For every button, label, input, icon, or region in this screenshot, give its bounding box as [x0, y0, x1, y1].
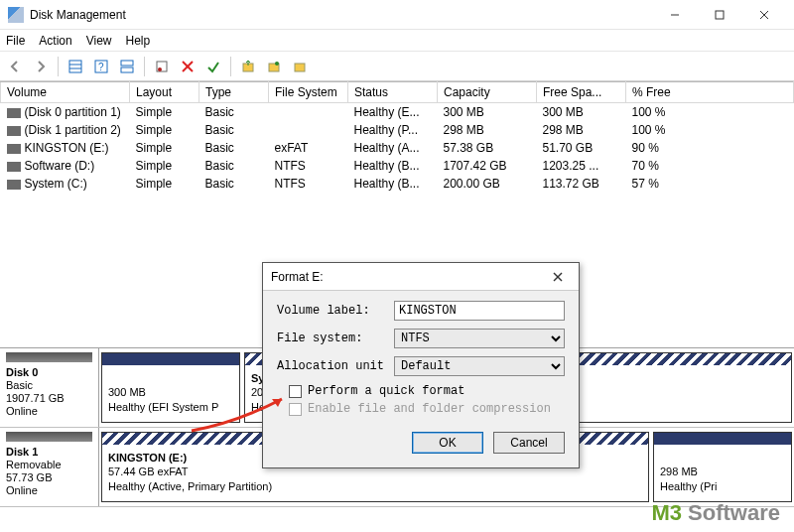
table-row[interactable]: KINGSTON (E:)SimpleBasicexFATHealthy (A.…	[1, 139, 794, 157]
volume-icon	[7, 162, 21, 172]
col-status[interactable]: Status	[348, 82, 438, 103]
allocation-select[interactable]: Default	[394, 356, 565, 376]
svg-rect-18	[295, 64, 305, 71]
menu-file[interactable]: File	[6, 34, 25, 48]
menubar: File Action View Help	[0, 30, 794, 52]
svg-rect-9	[121, 61, 133, 66]
watermark-text: Software	[682, 500, 780, 525]
volume-table: Volume Layout Type File System Status Ca…	[0, 81, 794, 193]
allocation-label: Allocation unit	[277, 359, 388, 373]
table-row[interactable]: Software (D:)SimpleBasicNTFSHealthy (B..…	[1, 157, 794, 175]
compression-label: Enable file and folder compression	[308, 402, 551, 416]
volume-icon	[7, 180, 21, 190]
svg-rect-10	[121, 67, 133, 72]
col-volume[interactable]: Volume	[1, 82, 130, 103]
dialog-titlebar[interactable]: Format E:	[263, 263, 579, 291]
forward-button[interactable]	[30, 56, 52, 77]
menu-view[interactable]: View	[86, 34, 112, 48]
dialog-close-button[interactable]	[545, 267, 571, 287]
disk-info[interactable]: Disk 1Removable57.73 GBOnline	[0, 428, 99, 506]
col-type[interactable]: Type	[199, 82, 269, 103]
menu-action[interactable]: Action	[39, 34, 71, 48]
minimize-button[interactable]	[652, 1, 697, 29]
ok-button[interactable]: OK	[412, 432, 483, 454]
disk-info[interactable]: Disk 0Basic1907.71 GBOnline	[0, 348, 99, 427]
action2-icon[interactable]	[263, 56, 285, 77]
disk-bar-icon	[6, 352, 92, 362]
col-pctfree[interactable]: % Free	[626, 82, 794, 103]
quick-format-label: Perform a quick format	[308, 384, 464, 398]
table-row[interactable]: System (C:)SimpleBasicNTFSHealthy (B...2…	[1, 175, 794, 193]
svg-rect-1	[716, 11, 724, 19]
table-view-icon[interactable]	[65, 56, 86, 77]
window-controls	[652, 1, 786, 29]
partition[interactable]: 300 MBHealthy (EFI System P	[101, 352, 240, 423]
titlebar: Disk Management	[0, 0, 794, 30]
col-free[interactable]: Free Spa...	[537, 82, 626, 103]
filesystem-select[interactable]: NTFS	[394, 329, 565, 348]
properties-icon[interactable]	[151, 56, 173, 77]
partition[interactable]: 298 MBHealthy (Pri	[653, 432, 792, 502]
watermark: M3 Software	[651, 500, 780, 526]
back-button[interactable]	[4, 56, 26, 77]
toolbar-separator	[230, 57, 231, 76]
action3-icon[interactable]	[289, 56, 311, 77]
table-row[interactable]: (Disk 1 partition 2)SimpleBasicHealthy (…	[1, 121, 794, 139]
dialog-body: Volume label: File system: NTFS Allocati…	[263, 291, 579, 422]
menu-help[interactable]: Help	[126, 34, 151, 48]
svg-rect-4	[69, 61, 81, 72]
help-icon[interactable]: ?	[90, 56, 112, 77]
volume-label-input[interactable]	[394, 301, 565, 321]
svg-point-12	[158, 67, 162, 71]
panels-icon[interactable]	[116, 56, 138, 77]
disk-bar-icon	[6, 432, 92, 442]
format-dialog: Format E: Volume label: File system: NTF…	[262, 262, 580, 468]
disk-management-icon	[8, 7, 24, 23]
toolbar-separator	[144, 57, 145, 76]
window-title: Disk Management	[30, 8, 126, 22]
action1-icon[interactable]	[237, 56, 259, 77]
table-row[interactable]: (Disk 0 partition 1)SimpleBasicHealthy (…	[1, 103, 794, 122]
maximize-button[interactable]	[697, 1, 741, 29]
toolbar: ?	[0, 52, 794, 81]
table-header-row: Volume Layout Type File System Status Ca…	[1, 82, 794, 103]
volume-icon	[7, 108, 21, 118]
cancel-button[interactable]: Cancel	[493, 432, 565, 454]
compression-checkbox	[289, 403, 302, 416]
quick-format-checkbox[interactable]	[289, 385, 302, 398]
watermark-brand: M3	[651, 500, 682, 525]
col-layout[interactable]: Layout	[130, 82, 199, 103]
toolbar-separator	[58, 57, 59, 76]
filesystem-label: File system:	[277, 332, 388, 345]
volume-label-label: Volume label:	[277, 304, 388, 318]
delete-icon[interactable]	[177, 56, 198, 77]
volume-icon	[7, 126, 21, 136]
apply-icon[interactable]	[202, 56, 224, 77]
svg-point-17	[275, 62, 279, 66]
dialog-title: Format E:	[271, 270, 324, 284]
close-button[interactable]	[741, 1, 786, 29]
volume-icon	[7, 144, 21, 154]
svg-text:?: ?	[98, 62, 104, 72]
col-filesystem[interactable]: File System	[269, 82, 348, 103]
col-capacity[interactable]: Capacity	[438, 82, 537, 103]
